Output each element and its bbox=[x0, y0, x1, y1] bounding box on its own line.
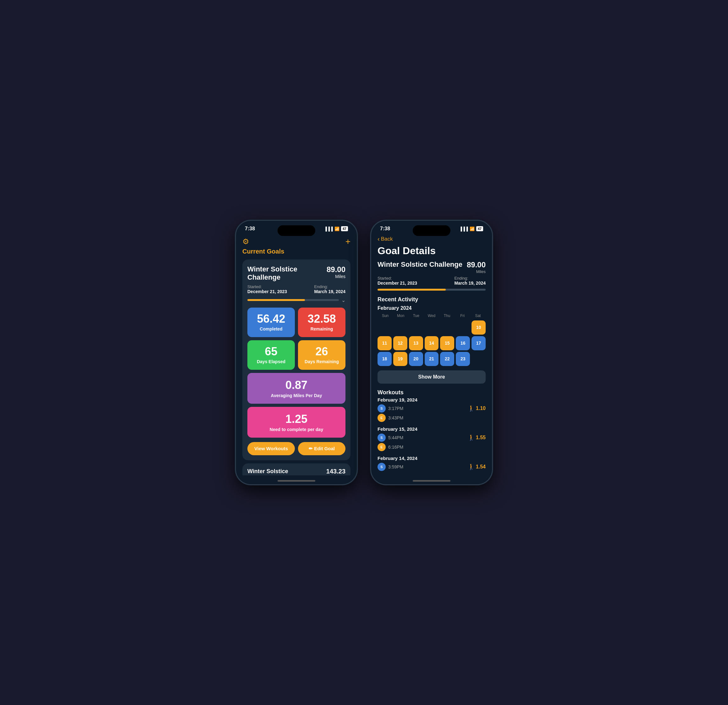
cal-day-16[interactable]: 16 bbox=[456, 336, 470, 350]
workout-icon-e-feb19: E bbox=[377, 414, 386, 422]
cal-day-20[interactable]: 20 bbox=[409, 352, 423, 366]
goal-unit-1: Miles bbox=[326, 274, 345, 279]
workout-date-feb19: February 19, 2024 bbox=[377, 397, 486, 402]
dynamic-island-2 bbox=[413, 225, 451, 236]
page-title-2: Goal Details bbox=[377, 245, 486, 257]
goal-card-1: Winter Solstice Challenge 89.00 Miles St… bbox=[242, 260, 351, 460]
workout-entry-feb15-e: E 6:16PM bbox=[377, 443, 486, 451]
screen2-content: ‹ Back Goal Details Winter Solstice Chal… bbox=[371, 234, 492, 475]
progress-fill-2 bbox=[377, 289, 446, 291]
cal-day-11[interactable]: 11 bbox=[377, 336, 391, 350]
workout-time-feb15-e: 6:16PM bbox=[388, 444, 403, 450]
cal-header: Sun Mon Tue Wed Thu Fri Sat bbox=[377, 314, 486, 318]
home-indicator-2 bbox=[413, 480, 451, 482]
end-label-2: Ending: bbox=[454, 276, 486, 281]
stat-days-elapsed: 65 Days Elapsed bbox=[247, 340, 295, 370]
goal-title-1: Winter Solstice Challenge bbox=[247, 265, 326, 282]
activity-section-title: Recent Activity bbox=[377, 296, 486, 303]
settings-icon[interactable]: ⚙ bbox=[242, 237, 249, 246]
cal-day-23[interactable]: 23 bbox=[456, 352, 470, 366]
cal-day-empty bbox=[425, 320, 439, 334]
start-label-1: Started: bbox=[247, 284, 287, 289]
cal-day-14[interactable]: 14 bbox=[425, 336, 439, 350]
need-value: 1.25 bbox=[251, 412, 342, 426]
cal-day-21[interactable]: 21 bbox=[425, 352, 439, 366]
cal-day-17[interactable]: 17 bbox=[471, 336, 486, 350]
back-label[interactable]: Back bbox=[381, 236, 393, 242]
signal-icon-2: ▐▐▐ bbox=[459, 226, 468, 231]
remaining-label: Remaining bbox=[311, 326, 333, 332]
add-goal-icon[interactable]: + bbox=[345, 236, 351, 247]
time-1: 7:38 bbox=[245, 226, 255, 232]
end-label-1: Ending: bbox=[314, 284, 345, 289]
top-nav-1: ⚙ + bbox=[242, 234, 351, 248]
workout-time-feb19-e: 3:43PM bbox=[388, 415, 403, 420]
screen1-content: ⚙ + Current Goals Winter Solstice Challe… bbox=[236, 234, 357, 475]
home-indicator-1 bbox=[277, 480, 315, 482]
end-date-block-1: Ending: March 19, 2024 bbox=[314, 284, 345, 294]
day-fri: Fri bbox=[455, 314, 470, 318]
walk-icon-feb15: 🚶 bbox=[468, 434, 475, 441]
goal-header-2: Winter Solstice Challenge 89.00 Miles bbox=[377, 261, 486, 274]
workout-left-feb15-s: S 5:44PM bbox=[377, 434, 403, 442]
day-tue: Tue bbox=[408, 314, 424, 318]
action-buttons: View Workouts ✏ Edit Goal bbox=[247, 442, 345, 455]
view-workouts-button[interactable]: View Workouts bbox=[247, 442, 295, 455]
wifi-icon-2: 📶 bbox=[469, 226, 475, 231]
need-label: Need to complete per day bbox=[251, 427, 342, 432]
workout-time-feb19-s: 3:17PM bbox=[388, 406, 403, 411]
days-remaining-label: Days Remaining bbox=[305, 359, 339, 364]
battery-2: 47 bbox=[476, 226, 483, 231]
cal-day-15[interactable]: 15 bbox=[440, 336, 454, 350]
month-label: February 2024 bbox=[377, 306, 486, 311]
dates-row-2: Started: December 21, 2023 Ending: March… bbox=[377, 276, 486, 285]
cal-day-empty bbox=[440, 320, 454, 334]
show-more-button[interactable]: Show More bbox=[377, 371, 486, 383]
miles-number-2: 89.00 bbox=[467, 261, 486, 269]
back-chevron-icon[interactable]: ‹ bbox=[377, 235, 380, 242]
status-icons-1: ▐▐▐ 📶 47 bbox=[324, 226, 348, 231]
stats-grid: 56.42 Completed 32.58 Remaining 65 Days … bbox=[247, 307, 345, 370]
workout-left-feb15-e: E 6:16PM bbox=[377, 443, 403, 451]
battery-1: 47 bbox=[341, 226, 348, 231]
workout-miles-feb15: 🚶 1.55 bbox=[468, 434, 486, 441]
cal-day-13[interactable]: 13 bbox=[409, 336, 423, 350]
cal-day-empty bbox=[456, 320, 470, 334]
workout-left-feb19-s: S 3:17PM bbox=[377, 404, 403, 412]
completed-value: 56.42 bbox=[257, 313, 285, 324]
goal-dates-1: Started: December 21, 2023 Ending: March… bbox=[247, 284, 345, 294]
days-elapsed-label: Days Elapsed bbox=[257, 359, 285, 364]
cal-day-22[interactable]: 22 bbox=[440, 352, 454, 366]
goal-value-1: 89.00 Miles bbox=[326, 265, 345, 279]
progress-bar-2 bbox=[377, 289, 486, 291]
start-date-block-2: Started: December 21, 2023 bbox=[377, 276, 417, 285]
dynamic-island-1 bbox=[277, 225, 315, 236]
workout-entry-feb15-s: S 5:44PM 🚶 1.55 bbox=[377, 434, 486, 442]
workout-icon-s-feb19: S bbox=[377, 404, 386, 412]
workout-left-feb19-e: E 3:43PM bbox=[377, 414, 403, 422]
goal-number-1: 89.00 bbox=[326, 265, 345, 274]
avg-value: 0.87 bbox=[251, 379, 342, 392]
miles-unit-2: Miles bbox=[467, 269, 486, 274]
remaining-value: 32.58 bbox=[308, 313, 336, 324]
walk-icon-feb14: 🚶 bbox=[468, 463, 475, 470]
wifi-icon-1: 📶 bbox=[334, 226, 339, 231]
day-sun: Sun bbox=[377, 314, 393, 318]
progress-fill-1 bbox=[247, 299, 305, 301]
completed-label: Completed bbox=[260, 326, 282, 332]
workout-entry-feb19-s: S 3:17PM 🚶 1.10 bbox=[377, 404, 486, 412]
workout-time-feb14-s: 3:59PM bbox=[388, 464, 403, 469]
cal-day-18[interactable]: 18 bbox=[377, 352, 391, 366]
cal-day-12[interactable]: 12 bbox=[393, 336, 407, 350]
time-2: 7:38 bbox=[380, 226, 390, 232]
chevron-down-icon[interactable]: ⌄ bbox=[341, 297, 345, 303]
cal-day-19[interactable]: 19 bbox=[393, 352, 407, 366]
cal-day-10[interactable]: 10 bbox=[471, 320, 486, 334]
stat-need: 1.25 Need to complete per day bbox=[247, 407, 345, 438]
edit-goal-button[interactable]: ✏ Edit Goal bbox=[298, 442, 345, 455]
day-thu: Thu bbox=[439, 314, 455, 318]
partial-card-title: Winter Solstice bbox=[247, 468, 288, 475]
goal-name-2: Winter Solstice Challenge bbox=[377, 261, 462, 269]
stat-avg: 0.87 Averaging Miles Per Day bbox=[247, 373, 345, 404]
workout-group-feb19: February 19, 2024 S 3:17PM 🚶 1.10 E 3:43… bbox=[377, 397, 486, 422]
